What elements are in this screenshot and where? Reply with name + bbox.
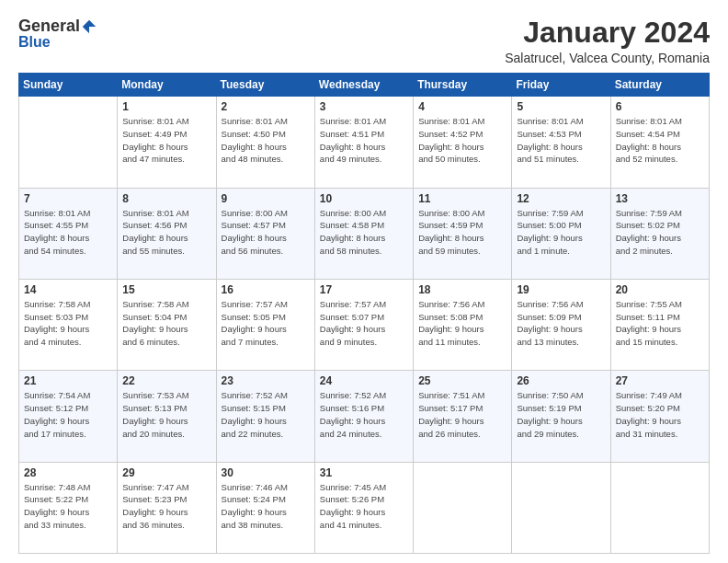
calendar-week-2: 7Sunrise: 8:01 AM Sunset: 4:55 PM Daylig…: [19, 188, 710, 279]
day-number: 10: [320, 192, 408, 205]
weekday-header-monday: Monday: [118, 74, 216, 97]
calendar-cell: 16Sunrise: 7:57 AM Sunset: 5:05 PM Dayli…: [216, 279, 314, 370]
day-info: Sunrise: 7:56 AM Sunset: 5:09 PM Dayligh…: [517, 298, 605, 349]
day-info: Sunrise: 8:01 AM Sunset: 4:56 PM Dayligh…: [122, 207, 210, 258]
calendar-week-3: 14Sunrise: 7:58 AM Sunset: 5:03 PM Dayli…: [19, 279, 710, 370]
day-info: Sunrise: 7:52 AM Sunset: 5:15 PM Dayligh…: [222, 389, 310, 440]
day-info: Sunrise: 8:01 AM Sunset: 4:51 PM Dayligh…: [320, 115, 408, 166]
day-info: Sunrise: 7:49 AM Sunset: 5:20 PM Dayligh…: [616, 389, 704, 440]
day-info: Sunrise: 8:01 AM Sunset: 4:53 PM Dayligh…: [517, 115, 605, 166]
day-number: 27: [616, 374, 704, 387]
day-info: Sunrise: 7:45 AM Sunset: 5:26 PM Dayligh…: [320, 481, 408, 532]
day-number: 24: [320, 374, 408, 387]
calendar-cell: [19, 97, 118, 188]
calendar-cell: 22Sunrise: 7:53 AM Sunset: 5:13 PM Dayli…: [118, 371, 216, 462]
day-info: Sunrise: 7:50 AM Sunset: 5:19 PM Dayligh…: [517, 389, 605, 440]
day-info: Sunrise: 7:48 AM Sunset: 5:22 PM Dayligh…: [24, 481, 112, 532]
day-info: Sunrise: 7:47 AM Sunset: 5:23 PM Dayligh…: [122, 481, 210, 532]
calendar-cell: 3Sunrise: 8:01 AM Sunset: 4:51 PM Daylig…: [314, 97, 413, 188]
calendar-cell: 25Sunrise: 7:51 AM Sunset: 5:17 PM Dayli…: [414, 371, 512, 462]
day-info: Sunrise: 7:52 AM Sunset: 5:16 PM Dayligh…: [320, 389, 408, 440]
calendar-cell: 21Sunrise: 7:54 AM Sunset: 5:12 PM Dayli…: [19, 371, 118, 462]
day-number: 1: [122, 100, 210, 113]
day-number: 25: [418, 374, 506, 387]
day-info: Sunrise: 8:01 AM Sunset: 4:49 PM Dayligh…: [122, 115, 210, 166]
calendar-cell: [610, 462, 709, 553]
day-info: Sunrise: 8:00 AM Sunset: 4:59 PM Dayligh…: [418, 207, 506, 258]
calendar-table: SundayMondayTuesdayWednesdayThursdayFrid…: [18, 73, 710, 554]
day-info: Sunrise: 7:58 AM Sunset: 5:04 PM Dayligh…: [122, 298, 210, 349]
day-number: 16: [222, 283, 310, 296]
month-title: January 2024: [505, 17, 710, 49]
day-number: 20: [616, 283, 704, 296]
day-number: 6: [616, 100, 704, 113]
calendar-cell: 17Sunrise: 7:57 AM Sunset: 5:07 PM Dayli…: [314, 279, 413, 370]
day-info: Sunrise: 7:46 AM Sunset: 5:24 PM Dayligh…: [222, 481, 310, 532]
weekday-header-friday: Friday: [512, 74, 610, 97]
day-number: 31: [320, 466, 408, 479]
calendar-cell: 14Sunrise: 7:58 AM Sunset: 5:03 PM Dayli…: [19, 279, 118, 370]
calendar-cell: 31Sunrise: 7:45 AM Sunset: 5:26 PM Dayli…: [314, 462, 413, 553]
day-number: 26: [517, 374, 605, 387]
weekday-header-row: SundayMondayTuesdayWednesdayThursdayFrid…: [19, 74, 710, 97]
calendar-cell: 20Sunrise: 7:55 AM Sunset: 5:11 PM Dayli…: [610, 279, 709, 370]
day-number: 30: [222, 466, 310, 479]
calendar-cell: 1Sunrise: 8:01 AM Sunset: 4:49 PM Daylig…: [118, 97, 216, 188]
calendar-cell: 11Sunrise: 8:00 AM Sunset: 4:59 PM Dayli…: [414, 188, 512, 279]
calendar-cell: 23Sunrise: 7:52 AM Sunset: 5:15 PM Dayli…: [216, 371, 314, 462]
calendar-cell: [512, 462, 610, 553]
day-number: 17: [320, 283, 408, 296]
header: General Blue January 2024 Salatrucel, Va…: [18, 17, 710, 65]
day-number: 8: [122, 192, 210, 205]
calendar-cell: 2Sunrise: 8:01 AM Sunset: 4:50 PM Daylig…: [216, 97, 314, 188]
calendar-cell: 12Sunrise: 7:59 AM Sunset: 5:00 PM Dayli…: [512, 188, 610, 279]
day-number: 11: [418, 192, 506, 205]
calendar-cell: 10Sunrise: 8:00 AM Sunset: 4:58 PM Dayli…: [314, 188, 413, 279]
logo: General Blue: [18, 17, 97, 51]
calendar-cell: 7Sunrise: 8:01 AM Sunset: 4:55 PM Daylig…: [19, 188, 118, 279]
day-info: Sunrise: 7:54 AM Sunset: 5:12 PM Dayligh…: [24, 389, 112, 440]
calendar-week-4: 21Sunrise: 7:54 AM Sunset: 5:12 PM Dayli…: [19, 371, 710, 462]
day-number: 29: [122, 466, 210, 479]
day-number: 22: [122, 374, 210, 387]
calendar-week-5: 28Sunrise: 7:48 AM Sunset: 5:22 PM Dayli…: [19, 462, 710, 553]
day-info: Sunrise: 7:57 AM Sunset: 5:07 PM Dayligh…: [320, 298, 408, 349]
logo-general: General: [18, 17, 80, 36]
weekday-header-sunday: Sunday: [19, 74, 118, 97]
calendar-week-1: 1Sunrise: 8:01 AM Sunset: 4:49 PM Daylig…: [19, 97, 710, 188]
day-number: 23: [222, 374, 310, 387]
day-info: Sunrise: 8:01 AM Sunset: 4:55 PM Dayligh…: [24, 207, 112, 258]
day-number: 18: [418, 283, 506, 296]
calendar-cell: 29Sunrise: 7:47 AM Sunset: 5:23 PM Dayli…: [118, 462, 216, 553]
calendar-cell: 30Sunrise: 7:46 AM Sunset: 5:24 PM Dayli…: [216, 462, 314, 553]
day-info: Sunrise: 8:01 AM Sunset: 4:54 PM Dayligh…: [616, 115, 704, 166]
calendar-cell: 4Sunrise: 8:01 AM Sunset: 4:52 PM Daylig…: [414, 97, 512, 188]
day-info: Sunrise: 8:01 AM Sunset: 4:50 PM Dayligh…: [222, 115, 310, 166]
day-info: Sunrise: 8:00 AM Sunset: 4:57 PM Dayligh…: [222, 207, 310, 258]
weekday-header-thursday: Thursday: [414, 74, 512, 97]
day-number: 5: [517, 100, 605, 113]
day-number: 9: [222, 192, 310, 205]
day-info: Sunrise: 8:00 AM Sunset: 4:58 PM Dayligh…: [320, 207, 408, 258]
weekday-header-tuesday: Tuesday: [216, 74, 314, 97]
day-number: 7: [24, 192, 112, 205]
day-number: 19: [517, 283, 605, 296]
day-info: Sunrise: 7:51 AM Sunset: 5:17 PM Dayligh…: [418, 389, 506, 440]
calendar-cell: 19Sunrise: 7:56 AM Sunset: 5:09 PM Dayli…: [512, 279, 610, 370]
calendar-cell: 13Sunrise: 7:59 AM Sunset: 5:02 PM Dayli…: [610, 188, 709, 279]
day-info: Sunrise: 7:59 AM Sunset: 5:02 PM Dayligh…: [616, 207, 704, 258]
calendar-cell: 15Sunrise: 7:58 AM Sunset: 5:04 PM Dayli…: [118, 279, 216, 370]
day-info: Sunrise: 7:55 AM Sunset: 5:11 PM Dayligh…: [616, 298, 704, 349]
calendar-cell: 24Sunrise: 7:52 AM Sunset: 5:16 PM Dayli…: [314, 371, 413, 462]
calendar-cell: 8Sunrise: 8:01 AM Sunset: 4:56 PM Daylig…: [118, 188, 216, 279]
day-info: Sunrise: 7:57 AM Sunset: 5:05 PM Dayligh…: [222, 298, 310, 349]
day-number: 14: [24, 283, 112, 296]
logo-blue: Blue: [18, 34, 51, 51]
day-number: 12: [517, 192, 605, 205]
subtitle: Salatrucel, Valcea County, Romania: [505, 51, 710, 65]
calendar-cell: 18Sunrise: 7:56 AM Sunset: 5:08 PM Dayli…: [414, 279, 512, 370]
calendar-cell: 9Sunrise: 8:00 AM Sunset: 4:57 PM Daylig…: [216, 188, 314, 279]
calendar-cell: [414, 462, 512, 553]
day-number: 4: [418, 100, 506, 113]
day-number: 15: [122, 283, 210, 296]
